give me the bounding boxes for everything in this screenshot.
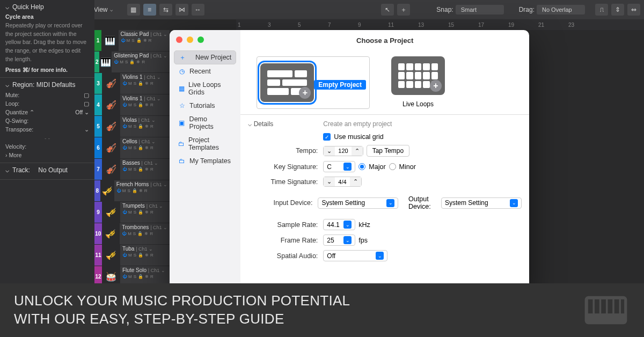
svg-rect-2 [595,299,599,313]
sidebar-item[interactable]: ◷Recent [174,65,236,78]
sidebar-item[interactable]: 🗀Project Templates [174,134,236,154]
quantize-dropdown[interactable]: Off ⌄ [75,109,89,115]
track-row[interactable]: 8🎺French Horns | Ch1 ⌄⏻MS🔒❄R [94,180,170,202]
tempo-stepper[interactable]: ⌄120⌃ [323,146,363,156]
vertical-zoom-button[interactable]: ⇕ [611,4,624,16]
list-view-button[interactable]: ≡ [143,4,156,16]
track-row[interactable]: 9🎺Trumpets | Ch1 ⌄⏻MS🔒❄R [94,202,170,223]
output-device-dropdown[interactable]: System Setting⌄ [441,197,522,209]
track-row[interactable]: 3🎻Violins 1 | Ch1 ⌄⏻MS🔒❄R [94,73,170,94]
quick-help-heading: Cycle area [5,13,89,21]
musical-grid-checkbox[interactable]: ✓ [323,133,331,141]
close-icon[interactable] [176,36,182,43]
piano-icon [582,291,630,329]
key-dropdown[interactable]: C⌄ [323,161,355,172]
minor-radio[interactable] [389,163,396,170]
pointer-tool-button[interactable]: ↖ [381,4,394,16]
track-row[interactable]: 5🎻Violas | Ch1 ⌄⏻MS🔒❄R [94,116,170,137]
flex-button[interactable]: ⇆ [159,4,172,16]
promo-line-1: Unlock your music production potential [14,292,350,310]
sidebar-item[interactable]: 🗀My Templates [174,155,236,167]
window-traffic-lights[interactable] [176,36,204,43]
quick-help-header[interactable]: ⌵Quick Help [5,3,89,11]
loop-toggle[interactable]: ▢ [84,100,89,107]
track-header[interactable]: ⌵Track: No Output [5,166,89,174]
sidebar-item[interactable]: ＋New Project [174,50,236,64]
details-hint: Create an empty project [323,120,392,128]
modal-title: Choose a Project [240,30,529,51]
transpose-stepper[interactable]: ⌄ [84,126,89,133]
track-row[interactable]: 6🎻Cellos | Ch1 ⌄⏻MS🔒❄R [94,137,170,159]
quick-help-more: Press ⌘/ for more info. [5,66,89,75]
sidebar-item[interactable]: ▦Live Loops Grids [174,78,236,99]
horizontal-zoom-button[interactable]: ⇔ [627,4,640,16]
track-row[interactable]: 7🎻Basses | Ch1 ⌄⏻MS🔒❄R [94,159,170,180]
automation-button[interactable]: ⋈ [175,4,188,16]
tap-tempo-button[interactable]: Tap Tempo [367,145,409,157]
drag-dropdown[interactable]: No Overlap [537,5,585,14]
svg-rect-1 [588,299,593,313]
svg-rect-3 [601,299,606,313]
empty-project-card[interactable]: + Empty Project [257,56,370,109]
frame-rate-dropdown[interactable]: 25⌄ [323,235,355,246]
pan-button[interactable]: ↔ [192,4,204,16]
svg-rect-6 [621,299,624,313]
marquee-tool-button[interactable]: ＋ [397,4,410,16]
project-chooser-sidebar: ＋New Project◷Recent▦Live Loops Grids☆Tut… [170,30,240,293]
major-radio[interactable] [358,163,365,170]
input-device-dropdown[interactable]: System Setting⌄ [318,197,398,209]
svg-rect-5 [614,299,619,313]
track-row[interactable]: 1🎹Classic Pad | Ch1 ⌄⏻MS🔒❄R [94,30,170,52]
sample-rate-dropdown[interactable]: 44.1⌄ [323,219,355,230]
drag-label: Drag: [519,6,535,13]
promo-line-2: with our easy, step-by-step guide [14,310,350,328]
waveform-zoom-button[interactable]: ⎍ [595,4,608,16]
promo-banner: Unlock your music production potential w… [0,283,644,337]
sidebar-item[interactable]: ☆Tutorials [174,99,236,112]
track-row[interactable]: 10🎺Trombones | Ch1 ⌄⏻MS🔒❄R [94,223,170,245]
top-toolbar: ◧ Edit⌵ Functions⌵ View⌵ ▦ ≡ ⇆ ⋈ ↔ ↖ ＋ S… [0,0,644,19]
snap-dropdown[interactable]: Smart [456,5,504,14]
plus-icon: + [299,87,311,99]
region-header[interactable]: ⌵Region: MIDI Defaults [5,81,89,89]
track-row[interactable]: 2🎹Glistening Pad | Ch1 ⌄⏻MS🔒❄R [94,52,170,73]
track-row[interactable]: 11🎺Tuba | Ch1 ⌄⏻MS🔒❄R [94,245,170,266]
zoom-icon[interactable] [197,36,204,43]
details-disclosure[interactable]: ⌵ Details [248,120,323,128]
time-signature-stepper[interactable]: ⌄4/4⌃ [323,177,361,187]
project-chooser-modal: ＋New Project◷Recent▦Live Loops Grids☆Tut… [170,30,529,293]
more-disclosure[interactable]: › More [5,151,89,159]
sidebar-item[interactable]: ▣Demo Projects [174,113,236,133]
minimize-icon[interactable] [187,36,193,43]
spatial-audio-dropdown[interactable]: Off⌄ [323,250,387,261]
track-row[interactable]: 4🎻Violins 1 | Ch1 ⌄⏻MS🔒❄R [94,94,170,116]
live-loops-card[interactable]: + Live Loops [391,56,445,109]
quick-help-body: Repeatedly play or record over the proje… [5,21,89,64]
svg-rect-4 [608,299,613,313]
timeline-ruler[interactable]: 1357911131517192123 [236,19,644,30]
mute-toggle[interactable]: ▢ [84,92,89,98]
plus-icon: + [430,80,442,92]
grid-view-button[interactable]: ▦ [127,4,140,16]
snap-label: Snap: [436,6,453,13]
